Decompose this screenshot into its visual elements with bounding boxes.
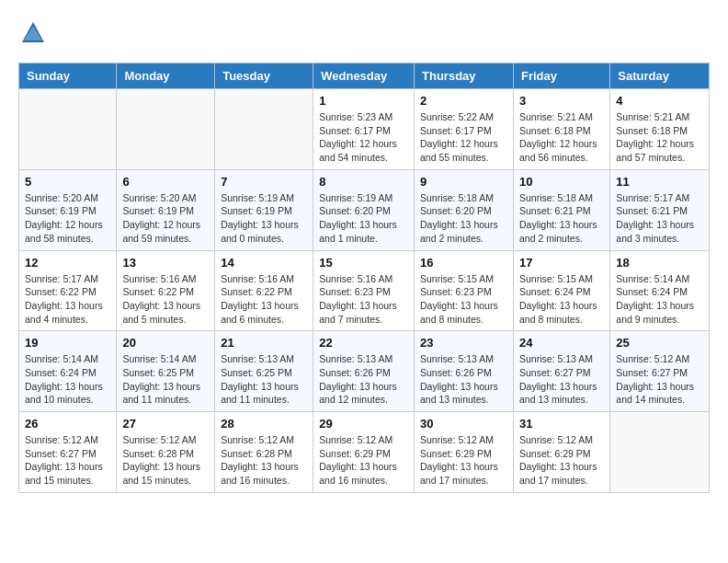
calendar-week-row: 1Sunrise: 5:23 AMSunset: 6:17 PMDaylight… [19, 89, 710, 170]
day-number: 27 [122, 417, 209, 431]
day-number: 12 [25, 256, 110, 270]
day-info: Sunrise: 5:19 AMSunset: 6:19 PMDaylight:… [221, 191, 307, 246]
calendar-cell: 1Sunrise: 5:23 AMSunset: 6:17 PMDaylight… [313, 89, 415, 170]
day-number: 29 [319, 417, 408, 431]
calendar-cell: 8Sunrise: 5:19 AMSunset: 6:20 PMDaylight… [313, 169, 415, 250]
day-info: Sunrise: 5:16 AMSunset: 6:23 PMDaylight:… [319, 272, 408, 327]
day-of-week-header: Monday [117, 63, 215, 89]
day-info: Sunrise: 5:15 AMSunset: 6:23 PMDaylight:… [420, 272, 507, 327]
calendar-cell: 12Sunrise: 5:17 AMSunset: 6:22 PMDayligh… [19, 250, 117, 331]
day-number: 30 [420, 417, 507, 431]
day-info: Sunrise: 5:12 AMSunset: 6:29 PMDaylight:… [319, 433, 408, 488]
day-number: 18 [616, 256, 703, 270]
page-header [18, 18, 710, 48]
day-info: Sunrise: 5:13 AMSunset: 6:25 PMDaylight:… [221, 352, 307, 407]
calendar-cell: 30Sunrise: 5:12 AMSunset: 6:29 PMDayligh… [415, 412, 514, 493]
calendar-cell: 11Sunrise: 5:17 AMSunset: 6:21 PMDayligh… [610, 169, 710, 250]
day-of-week-header: Tuesday [215, 63, 313, 89]
calendar-cell: 14Sunrise: 5:16 AMSunset: 6:22 PMDayligh… [215, 250, 313, 331]
day-info: Sunrise: 5:12 AMSunset: 6:28 PMDaylight:… [122, 433, 209, 488]
calendar-table: SundayMondayTuesdayWednesdayThursdayFrid… [18, 63, 710, 493]
day-of-week-header: Friday [513, 63, 609, 89]
day-info: Sunrise: 5:21 AMSunset: 6:18 PMDaylight:… [616, 110, 703, 165]
calendar-cell: 23Sunrise: 5:13 AMSunset: 6:26 PMDayligh… [415, 331, 514, 412]
day-number: 13 [122, 256, 209, 270]
day-number: 22 [319, 336, 408, 350]
day-of-week-header: Sunday [19, 63, 117, 89]
calendar-cell: 16Sunrise: 5:15 AMSunset: 6:23 PMDayligh… [415, 250, 514, 331]
day-number: 4 [616, 94, 703, 108]
calendar-cell [215, 89, 313, 170]
day-info: Sunrise: 5:20 AMSunset: 6:19 PMDaylight:… [25, 191, 110, 246]
day-number: 20 [122, 336, 209, 350]
calendar-cell: 24Sunrise: 5:13 AMSunset: 6:27 PMDayligh… [513, 331, 609, 412]
day-number: 1 [319, 94, 408, 108]
day-number: 21 [221, 336, 307, 350]
calendar-cell: 18Sunrise: 5:14 AMSunset: 6:24 PMDayligh… [610, 250, 710, 331]
day-info: Sunrise: 5:13 AMSunset: 6:26 PMDaylight:… [319, 352, 408, 407]
day-of-week-header: Saturday [610, 63, 710, 89]
day-number: 14 [221, 256, 307, 270]
day-info: Sunrise: 5:15 AMSunset: 6:24 PMDaylight:… [519, 272, 604, 327]
calendar-cell: 27Sunrise: 5:12 AMSunset: 6:28 PMDayligh… [117, 412, 215, 493]
day-number: 23 [420, 336, 507, 350]
day-number: 19 [25, 336, 110, 350]
day-info: Sunrise: 5:19 AMSunset: 6:20 PMDaylight:… [319, 191, 408, 246]
day-of-week-header: Wednesday [313, 63, 415, 89]
calendar-cell: 3Sunrise: 5:21 AMSunset: 6:18 PMDaylight… [513, 89, 609, 170]
calendar-cell: 29Sunrise: 5:12 AMSunset: 6:29 PMDayligh… [313, 412, 415, 493]
day-number: 17 [519, 256, 604, 270]
calendar-cell [117, 89, 215, 170]
day-info: Sunrise: 5:12 AMSunset: 6:28 PMDaylight:… [221, 433, 307, 488]
calendar-cell: 21Sunrise: 5:13 AMSunset: 6:25 PMDayligh… [215, 331, 313, 412]
day-number: 11 [616, 175, 703, 189]
day-number: 9 [420, 175, 507, 189]
calendar-cell: 19Sunrise: 5:14 AMSunset: 6:24 PMDayligh… [19, 331, 117, 412]
day-number: 25 [616, 336, 703, 350]
day-number: 31 [519, 417, 604, 431]
calendar-cell: 10Sunrise: 5:18 AMSunset: 6:21 PMDayligh… [513, 169, 609, 250]
day-number: 2 [420, 94, 507, 108]
day-info: Sunrise: 5:16 AMSunset: 6:22 PMDaylight:… [221, 272, 307, 327]
day-number: 26 [25, 417, 110, 431]
day-number: 6 [122, 175, 209, 189]
day-info: Sunrise: 5:18 AMSunset: 6:20 PMDaylight:… [420, 191, 507, 246]
calendar-cell: 22Sunrise: 5:13 AMSunset: 6:26 PMDayligh… [313, 331, 415, 412]
day-info: Sunrise: 5:17 AMSunset: 6:21 PMDaylight:… [616, 191, 703, 246]
calendar-week-row: 5Sunrise: 5:20 AMSunset: 6:19 PMDaylight… [19, 169, 710, 250]
day-info: Sunrise: 5:22 AMSunset: 6:17 PMDaylight:… [420, 110, 507, 165]
day-info: Sunrise: 5:21 AMSunset: 6:18 PMDaylight:… [519, 110, 604, 165]
day-info: Sunrise: 5:20 AMSunset: 6:19 PMDaylight:… [122, 191, 209, 246]
calendar-cell: 17Sunrise: 5:15 AMSunset: 6:24 PMDayligh… [513, 250, 609, 331]
day-info: Sunrise: 5:12 AMSunset: 6:29 PMDaylight:… [519, 433, 604, 488]
calendar-cell: 25Sunrise: 5:12 AMSunset: 6:27 PMDayligh… [610, 331, 710, 412]
day-number: 5 [25, 175, 110, 189]
day-info: Sunrise: 5:13 AMSunset: 6:27 PMDaylight:… [519, 352, 604, 407]
day-number: 15 [319, 256, 408, 270]
day-number: 10 [519, 175, 604, 189]
day-info: Sunrise: 5:18 AMSunset: 6:21 PMDaylight:… [519, 191, 604, 246]
logo-icon [18, 18, 48, 48]
calendar-cell: 7Sunrise: 5:19 AMSunset: 6:19 PMDaylight… [215, 169, 313, 250]
calendar-cell: 4Sunrise: 5:21 AMSunset: 6:18 PMDaylight… [610, 89, 710, 170]
calendar-cell: 5Sunrise: 5:20 AMSunset: 6:19 PMDaylight… [19, 169, 117, 250]
calendar-week-row: 26Sunrise: 5:12 AMSunset: 6:27 PMDayligh… [19, 412, 710, 493]
day-number: 24 [519, 336, 604, 350]
day-of-week-header: Thursday [415, 63, 514, 89]
day-info: Sunrise: 5:14 AMSunset: 6:24 PMDaylight:… [25, 352, 110, 407]
calendar-cell: 6Sunrise: 5:20 AMSunset: 6:19 PMDaylight… [117, 169, 215, 250]
calendar-week-row: 19Sunrise: 5:14 AMSunset: 6:24 PMDayligh… [19, 331, 710, 412]
day-info: Sunrise: 5:12 AMSunset: 6:27 PMDaylight:… [25, 433, 110, 488]
day-number: 28 [221, 417, 307, 431]
svg-marker-1 [24, 26, 42, 40]
logo [18, 18, 51, 48]
day-info: Sunrise: 5:16 AMSunset: 6:22 PMDaylight:… [122, 272, 209, 327]
calendar-header-row: SundayMondayTuesdayWednesdayThursdayFrid… [19, 63, 710, 89]
day-info: Sunrise: 5:23 AMSunset: 6:17 PMDaylight:… [319, 110, 408, 165]
day-info: Sunrise: 5:17 AMSunset: 6:22 PMDaylight:… [25, 272, 110, 327]
calendar-cell [610, 412, 710, 493]
calendar-cell: 28Sunrise: 5:12 AMSunset: 6:28 PMDayligh… [215, 412, 313, 493]
calendar-cell [19, 89, 117, 170]
day-info: Sunrise: 5:14 AMSunset: 6:25 PMDaylight:… [122, 352, 209, 407]
calendar-cell: 13Sunrise: 5:16 AMSunset: 6:22 PMDayligh… [117, 250, 215, 331]
